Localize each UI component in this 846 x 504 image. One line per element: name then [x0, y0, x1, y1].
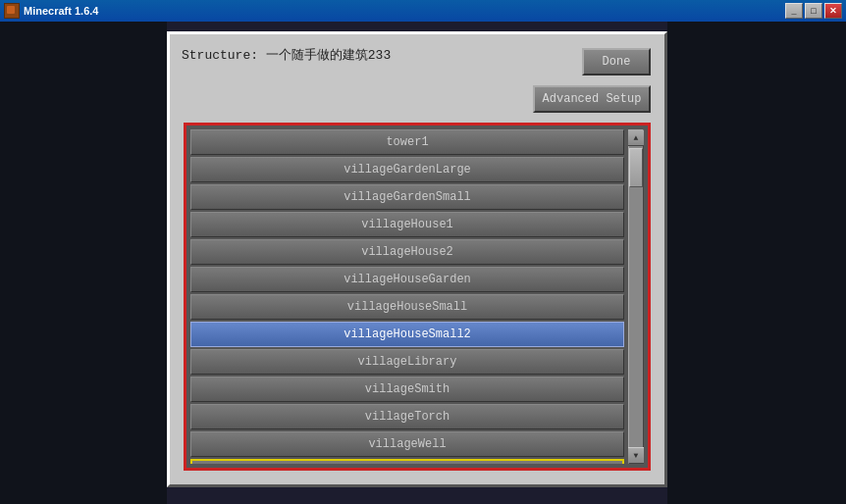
left-background	[0, 22, 167, 504]
list-item[interactable]: villageHouseSmall2	[190, 322, 624, 347]
done-button[interactable]: Done	[582, 48, 651, 76]
list-item[interactable]: villageLibrary	[190, 349, 624, 375]
title-bar-text: Minecraft 1.6.4	[24, 5, 98, 17]
close-button[interactable]: ✕	[824, 3, 842, 19]
scroll-thumb[interactable]	[629, 148, 643, 187]
list-item[interactable]: villageWell	[190, 431, 624, 457]
maximize-button[interactable]: □	[805, 3, 822, 19]
list-item[interactable]: villageHouse2	[190, 239, 624, 265]
scrollbar[interactable]: ▲ ▼	[628, 129, 644, 464]
title-bar-buttons: _ □ ✕	[785, 3, 842, 19]
structure-list-container: tower1villageGardenLargevillageGardenSma…	[184, 123, 651, 471]
scroll-up-button[interactable]: ▲	[628, 130, 644, 146]
right-background	[667, 22, 846, 504]
advanced-setup-button[interactable]: Advanced Setup	[533, 85, 651, 113]
list-item[interactable]: villageHouse1	[190, 212, 624, 237]
list-inner: tower1villageGardenLargevillageGardenSma…	[190, 129, 644, 464]
scroll-down-button[interactable]: ▼	[628, 447, 644, 463]
list-item[interactable]: villageTorch	[190, 404, 624, 429]
list-item[interactable]: villageHouseGarden	[190, 267, 624, 292]
minimize-button[interactable]: _	[785, 3, 803, 19]
list-items: tower1villageGardenLargevillageGardenSma…	[190, 129, 628, 464]
list-item[interactable]: villageGardenLarge	[190, 157, 624, 182]
list-item[interactable]: 一个随手做的建筑233	[190, 459, 624, 464]
title-bar: Minecraft 1.6.4 _ □ ✕	[0, 0, 846, 22]
list-item[interactable]: villageGardenSmall	[190, 184, 624, 210]
main-dialog: Structure: 一个随手做的建筑233 Done Advanced Set…	[167, 31, 667, 487]
list-item[interactable]: villageSmith	[190, 377, 624, 402]
list-item[interactable]: tower1	[190, 129, 624, 155]
title-bar-left: Minecraft 1.6.4	[4, 3, 98, 19]
app-icon	[4, 3, 20, 19]
list-item[interactable]: villageHouseSmall	[190, 294, 624, 320]
